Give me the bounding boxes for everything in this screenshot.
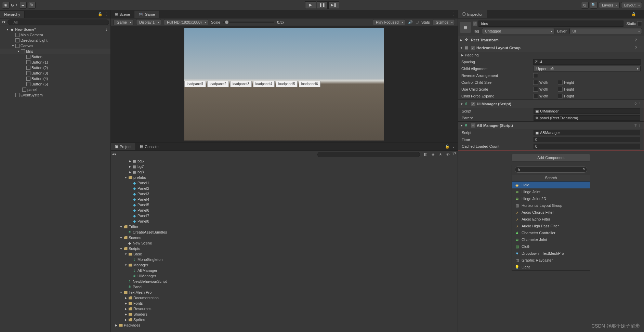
project-search[interactable]: [317, 152, 420, 157]
search-result-item[interactable]: ▥Horizontal Layout Group: [512, 202, 590, 209]
project-item[interactable]: ▶▦bg8: [111, 169, 458, 175]
search-result-item[interactable]: ◫Graphic Raycaster: [512, 257, 590, 264]
hierarchy-item[interactable]: Directional Light: [0, 38, 110, 43]
game-button[interactable]: loadpanel1: [184, 81, 206, 87]
search-result-item[interactable]: ⧉Hinge Joint: [512, 188, 590, 195]
project-item[interactable]: ▼Base: [111, 251, 458, 257]
console-tab[interactable]: ▤Console: [136, 143, 163, 150]
hierarchy-item[interactable]: Button: [0, 54, 110, 59]
gizmos-dropdown[interactable]: Gizmos: [433, 19, 455, 25]
add-icon[interactable]: +▾: [112, 152, 116, 157]
cloud-icon[interactable]: ☁: [19, 2, 27, 9]
cached-input[interactable]: [534, 144, 640, 149]
scale-slider[interactable]: [223, 22, 274, 23]
project-item[interactable]: ▼Manager: [111, 262, 458, 268]
project-item[interactable]: ▶▦bg7: [111, 164, 458, 169]
add-icon[interactable]: +▾: [1, 20, 5, 24]
hierarchy-item[interactable]: Main Camera: [0, 32, 110, 38]
scene-tab[interactable]: ⊞Scene: [111, 11, 134, 18]
foldout-icon[interactable]: ▼: [460, 124, 464, 127]
panel-menu-icon[interactable]: ⋮: [452, 12, 456, 16]
project-item[interactable]: ▶Fonts: [111, 301, 458, 306]
project-item[interactable]: MonoSingleton: [111, 257, 458, 262]
game-button[interactable]: loadpanel6: [299, 81, 320, 87]
help-icon[interactable]: ?: [634, 123, 636, 128]
component-enabled-checkbox[interactable]: ✓: [471, 46, 475, 50]
hierarchy-item[interactable]: Button (2): [0, 65, 110, 70]
lock-icon[interactable]: 🔒: [445, 144, 450, 149]
search-result-item[interactable]: ♪Audio Chorus Filter: [512, 209, 590, 216]
spacing-input[interactable]: [533, 59, 641, 65]
play-button[interactable]: ▶: [305, 1, 316, 9]
lock-icon[interactable]: 🔒: [98, 12, 103, 16]
project-item[interactable]: ▶Sprites: [111, 317, 458, 322]
hierarchy-search[interactable]: [8, 19, 109, 25]
rect-transform-header[interactable]: ▶ ✥ Rect Transform ?⋮: [458, 36, 644, 44]
control-width-checkbox[interactable]: [533, 80, 538, 85]
hierarchy-item[interactable]: Button (1): [0, 59, 110, 65]
resolution-dropdown[interactable]: Full HD (1920x1080): [164, 19, 208, 25]
project-item[interactable]: ◆Panel2: [111, 186, 458, 191]
gameobject-icon[interactable]: ▦: [460, 22, 471, 33]
component-enabled-checkbox[interactable]: ✓: [471, 123, 475, 128]
project-item[interactable]: ▶Shaders: [111, 311, 458, 317]
project-item[interactable]: ◆New Scene: [111, 240, 458, 246]
project-item[interactable]: UIManager: [111, 273, 458, 279]
project-tree[interactable]: ▶▦bg6 ▶▦bg7 ▶▦bg8 ▼prefabs ◆Panel1 ◆Pane…: [111, 158, 458, 332]
menu-icon[interactable]: ⋮: [638, 12, 642, 16]
project-item[interactable]: ▶▦bg6: [111, 158, 458, 164]
hierarchy-item[interactable]: Button (3): [0, 70, 110, 76]
game-button[interactable]: loadpanel2: [207, 81, 229, 87]
search-result-item[interactable]: ⧉Character Joint: [512, 236, 590, 243]
hierarchy-item[interactable]: panel: [0, 87, 110, 92]
search-result-item[interactable]: ◉Halo: [512, 182, 590, 188]
ui-manager-header[interactable]: ▼ ✓ UI Manager (Script) ?⋮: [458, 100, 644, 108]
ab-manager-header[interactable]: ▼ ✓ AB Manager (Script) ?⋮: [458, 122, 644, 129]
project-tab[interactable]: ▣Project: [111, 143, 136, 150]
script-field[interactable]: ▣UIManager: [534, 108, 640, 114]
hidden-icon[interactable]: 👁: [445, 152, 451, 157]
account-dropdown-icon[interactable]: ▼: [15, 4, 18, 6]
menu-icon[interactable]: ⋮: [452, 144, 456, 149]
game-button[interactable]: loadpanel5: [276, 81, 298, 87]
child-alignment-dropdown[interactable]: Upper Left: [533, 66, 641, 72]
component-enabled-checkbox[interactable]: ✓: [471, 102, 475, 106]
search-result-item[interactable]: ⧉Hinge Joint 2D: [512, 195, 590, 202]
reverse-checkbox[interactable]: [533, 73, 538, 78]
hierarchy-item[interactable]: Button (4): [0, 76, 110, 81]
search-result-item[interactable]: ♪Audio Echo Filter: [512, 216, 590, 223]
game-tab[interactable]: 🎮Game: [134, 11, 159, 18]
hierarchy-item-btns[interactable]: ▼btns: [0, 49, 110, 54]
hlg-header[interactable]: ▼ ▥ ✓ Horizontal Layout Group ?⋮: [458, 44, 644, 52]
tag-dropdown[interactable]: Untagged: [482, 28, 554, 34]
help-icon[interactable]: ?: [635, 38, 637, 42]
project-item[interactable]: ◆Panel4: [111, 197, 458, 202]
undo-history-icon[interactable]: ◷: [581, 2, 589, 9]
vsync-icon[interactable]: ⊟: [416, 20, 419, 24]
project-item[interactable]: ▼prefabs: [111, 175, 458, 180]
favorite-icon[interactable]: ★: [437, 152, 444, 157]
project-item[interactable]: ▶Packages: [111, 322, 458, 328]
scene-menu-icon[interactable]: ⋮: [105, 27, 108, 32]
component-search-input[interactable]: [515, 167, 587, 173]
history-icon[interactable]: ↻: [28, 2, 36, 9]
project-item[interactable]: ▼Scenes: [111, 235, 458, 240]
menu-icon[interactable]: ⋮: [105, 12, 108, 16]
foldout-icon[interactable]: ▼: [5, 28, 10, 31]
search-by-type-icon[interactable]: ◧: [422, 152, 429, 157]
account-icon[interactable]: ◉: [2, 2, 10, 9]
scene-item[interactable]: ▼ ◆ New Scene* ⋮: [0, 27, 110, 32]
project-item[interactable]: ◆Panel1: [111, 180, 458, 186]
project-item[interactable]: ▶Documentation: [111, 295, 458, 301]
menu-icon[interactable]: ⋮: [638, 123, 642, 128]
time-input[interactable]: [534, 137, 640, 142]
control-height-checkbox[interactable]: [558, 80, 563, 85]
pause-button[interactable]: ❚❚: [317, 1, 328, 9]
help-icon[interactable]: ?: [634, 102, 636, 106]
menu-icon[interactable]: ⋮: [638, 102, 642, 106]
layers-dropdown[interactable]: Layers: [599, 2, 620, 8]
hierarchy-tab[interactable]: Hierarchy: [0, 11, 25, 18]
foldout-icon[interactable]: ▼: [16, 50, 21, 53]
hierarchy-tree[interactable]: ▼ ◆ New Scene* ⋮ Main Camera Directional…: [0, 26, 110, 332]
game-mode-dropdown[interactable]: Game: [114, 19, 133, 25]
